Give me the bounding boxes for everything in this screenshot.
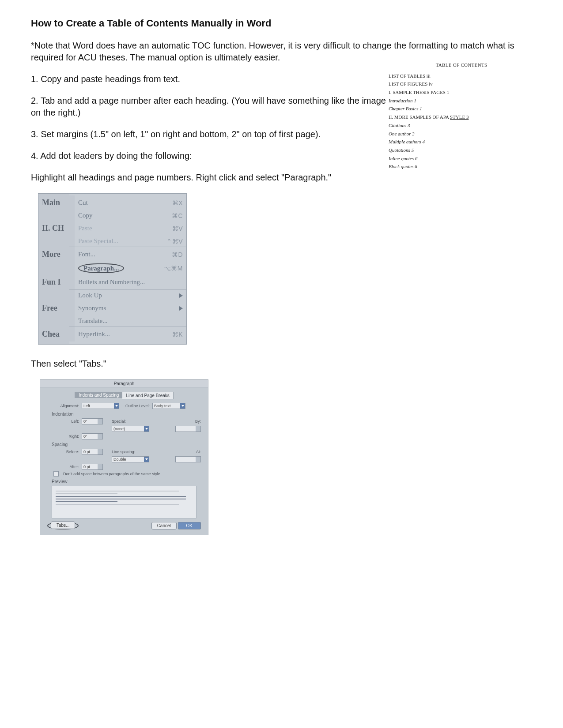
sample-toc-line: LIST OF FIGURES iv [389, 80, 534, 88]
menu-item-paste-special[interactable]: Paste Special... ⌃⌘V [75, 236, 186, 247]
indent-left-input[interactable]: 0" [82, 418, 103, 424]
preview-section-label: Preview [52, 479, 208, 484]
sample-toc-line: Block quotes 6 [389, 162, 534, 171]
outline-level-select[interactable]: Body text [152, 403, 185, 409]
indent-special-select[interactable]: (none) [112, 426, 149, 432]
shortcut-text: ⌥⌘M [164, 265, 183, 272]
chevron-right-icon [179, 293, 183, 298]
cancel-button[interactable]: Cancel [151, 522, 177, 529]
shortcut-text: ⌃⌘V [166, 238, 183, 245]
doc-fragment-label: Fun I [38, 275, 75, 289]
tab-line-page-breaks[interactable]: Line and Page Breaks [122, 392, 173, 399]
shortcut-text: ⌘X [172, 199, 183, 206]
sample-toc-line: Quotations 5 [389, 146, 534, 154]
tab-indents-spacing[interactable]: Indents and Spacing [75, 392, 122, 398]
spinner-icon [98, 464, 102, 469]
step-4b-text: Then select "Tabs." [31, 358, 389, 370]
context-menu-screenshot: Main Cut ⌘X Copy ⌘C II. CH Paste ⌘V [38, 193, 187, 345]
ok-button[interactable]: OK [178, 522, 201, 529]
menu-item-hyperlink[interactable]: Hyperlink... ⌘K [75, 327, 186, 341]
indent-special-label: Special: [112, 419, 126, 424]
dont-add-space-checkbox[interactable] [53, 471, 59, 477]
dont-add-space-label: Don't add space between paragraphs of th… [63, 472, 160, 476]
doc-fragment-label: More [38, 247, 75, 262]
sample-toc-line: Multiple authors 4 [389, 138, 534, 146]
menu-item-look-up[interactable]: Look Up [75, 290, 186, 301]
step-2-text: 2. Tab and add a page number after each … [31, 95, 389, 119]
indent-right-input[interactable]: 0" [82, 433, 103, 439]
spacing-before-input[interactable]: 0 pt [82, 449, 103, 455]
alignment-label: Alignment: [56, 404, 79, 408]
doc-fragment-label: Chea [38, 327, 75, 341]
indent-by-input[interactable] [175, 426, 201, 432]
chevron-right-icon [179, 306, 183, 311]
sample-toc-image: TABLE OF CONTENTS LIST OF TABLES iii LIS… [389, 61, 534, 171]
line-spacing-label: Line spacing: [112, 450, 135, 454]
indent-right-label: Right: [56, 434, 79, 439]
spinner-icon [196, 426, 200, 432]
step-1-text: 1. Copy and paste headings from text. [31, 73, 389, 85]
sample-toc-line: One author 3 [389, 130, 534, 138]
menu-item-synonyms[interactable]: Synonyms [75, 301, 186, 315]
spinner-icon [98, 419, 102, 424]
sample-toc-line: Inline quotes 6 [389, 154, 534, 163]
outline-level-label: Outline Level: [125, 404, 150, 408]
menu-item-cut[interactable]: Cut ⌘X [75, 195, 186, 210]
chevron-down-icon [114, 403, 119, 409]
sample-toc-heading: TABLE OF CONTENTS [389, 61, 534, 69]
paragraph-dialog-screenshot: Paragraph Indents and Spacing Line and P… [40, 379, 208, 535]
sample-toc-line: Citations 3 [389, 121, 534, 130]
doc-fragment-label: Free [38, 301, 75, 315]
indent-left-label: Left: [56, 419, 79, 424]
step-4-text: 4. Add dot leaders by doing the followin… [31, 150, 389, 162]
spacing-after-input[interactable]: 0 pt [82, 464, 103, 470]
spacing-section-label: Spacing [52, 442, 208, 447]
menu-item-bullets-numbering[interactable]: Bullets and Numbering... [75, 275, 186, 289]
menu-item-font[interactable]: Font... ⌘D [75, 247, 186, 262]
sample-toc-line: I. SAMPLE THESIS PAGES 1 [389, 88, 534, 97]
spacing-at-input[interactable] [175, 456, 201, 462]
step-3-text: 3. Set margins (1.5" on left, 1" on righ… [31, 128, 389, 140]
dialog-title: Paragraph [40, 380, 208, 387]
alignment-select[interactable]: Left [82, 403, 119, 409]
spinner-icon [196, 457, 200, 462]
menu-item-paste[interactable]: Paste ⌘V [75, 221, 186, 236]
spacing-at-label: At: [196, 450, 201, 454]
indentation-section-label: Indentation [52, 412, 208, 417]
spinner-icon [98, 449, 102, 454]
sample-toc-line: LIST OF TABLES iii [389, 72, 534, 80]
menu-item-copy[interactable]: Copy ⌘C [75, 210, 186, 221]
page-title: How to Create a Table of Contents Manual… [31, 18, 532, 29]
indent-by-label: By: [195, 419, 201, 424]
menu-item-paragraph[interactable]: Paragraph... ⌥⌘M [75, 262, 186, 275]
shortcut-text: ⌘D [172, 251, 183, 258]
sample-toc-line: Introduction 1 [389, 97, 534, 105]
chevron-down-icon [180, 403, 185, 409]
paragraph-preview [52, 486, 196, 518]
shortcut-text: ⌘V [172, 225, 183, 232]
spacing-after-label: After: [56, 465, 79, 469]
shortcut-text: ⌘C [172, 212, 183, 219]
doc-fragment-label: II. CH [38, 221, 75, 236]
note-text: *Note that Word does have an automatic T… [31, 40, 532, 64]
sample-toc-line: Chapter Basics 1 [389, 105, 534, 113]
step-4a-text: Highlight all headings and page numbers.… [31, 172, 389, 184]
spinner-icon [98, 434, 102, 439]
chevron-down-icon [144, 457, 149, 462]
spacing-before-label: Before: [56, 450, 79, 454]
doc-fragment-label: Main [38, 195, 75, 210]
tabs-button[interactable]: Tabs... [51, 522, 75, 529]
menu-item-translate[interactable]: Translate... [75, 315, 186, 326]
line-spacing-select[interactable]: Double [112, 456, 149, 462]
chevron-down-icon [144, 426, 149, 432]
shortcut-text: ⌘K [172, 331, 183, 338]
sample-toc-line: II. MORE SAMPLES OF APA STYLE 3 [389, 113, 534, 121]
